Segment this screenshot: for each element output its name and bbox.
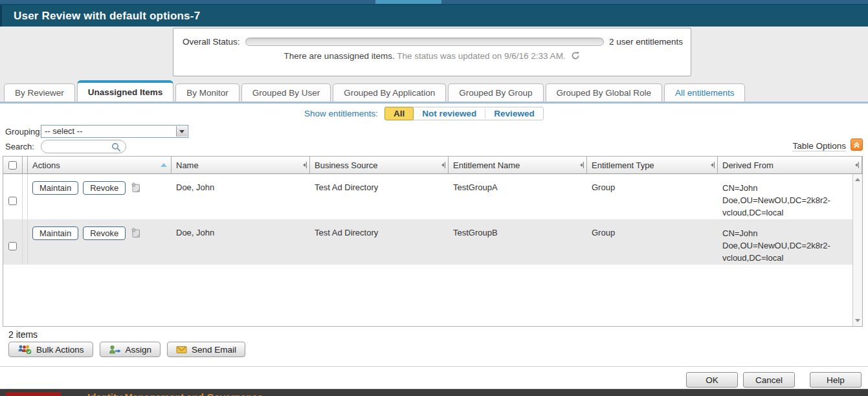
overall-status-panel: Overall Status: 2 user entitlements Ther… — [173, 28, 691, 76]
grouping-selected-value: -- select -- — [45, 126, 83, 136]
derived-from-cell: CN=John Doe,OU=NewOU,DC=2k8r2-vcloud,DC=… — [718, 174, 862, 219]
email-icon — [176, 346, 187, 354]
tab-grouped-by-group[interactable]: Grouped By Group — [448, 83, 543, 102]
unassigned-items-message: There are unassigned items. — [284, 51, 395, 61]
tab-grouped-by-user[interactable]: Grouped By User — [241, 83, 331, 102]
column-header-actions[interactable]: Actions — [28, 157, 172, 173]
tab-unassigned-items[interactable]: Unassigned Items — [77, 80, 174, 102]
filter-not-reviewed-button[interactable]: Not reviewed — [414, 107, 485, 120]
select-all-cell — [3, 157, 23, 173]
column-resize-icon[interactable] — [855, 162, 859, 168]
show-entitlements-filter: Show entitlements: All Not reviewed Revi… — [304, 107, 544, 120]
dialog-footer: OK Cancel Help — [0, 366, 868, 389]
row-select-cell — [3, 174, 23, 219]
add-note-icon[interactable] — [130, 182, 141, 195]
items-count: 2 items — [8, 329, 38, 340]
scroll-down-icon[interactable] — [855, 319, 860, 322]
status-updated-text: The status was updated on 9/6/16 2:33 AM… — [397, 51, 565, 61]
user-review-dialog: User Review with default options-7 Overa… — [0, 0, 868, 396]
filter-all-button[interactable]: All — [384, 107, 414, 120]
row-actions-cell: Maintain Revoke — [28, 219, 172, 265]
show-entitlements-label: Show entitlements: — [304, 109, 378, 118]
overall-status-label: Overall Status: — [183, 37, 240, 47]
add-note-icon[interactable] — [130, 227, 141, 241]
entitlement-type-cell: Group — [587, 174, 718, 219]
row-gap-cell — [23, 219, 28, 265]
double-chevron-up-icon — [852, 140, 861, 149]
help-button[interactable]: Help — [810, 372, 862, 388]
group-users-icon — [17, 344, 32, 355]
status-line-2: There are unassigned items. The status w… — [173, 51, 691, 62]
search-input[interactable] — [47, 141, 108, 152]
tab-all-entitlements[interactable]: All entitlements — [664, 83, 746, 102]
derived-from-cell: CN=John Doe,OU=NewOU,DC=2k8r2-vcloud,DC=… — [718, 219, 862, 265]
search-box — [41, 140, 126, 153]
assign-button[interactable]: Assign — [100, 342, 161, 357]
entitlements-count: 2 user entitlements — [609, 37, 683, 47]
row-select-cell — [3, 219, 23, 265]
row-actions-cell: Maintain Revoke — [28, 174, 172, 219]
grouping-select[interactable]: -- select -- — [41, 125, 188, 138]
column-resize-icon[interactable] — [580, 162, 584, 168]
entitlements-table: Actions Name Business Source Entitlement… — [3, 156, 863, 327]
search-row: Search: — [5, 140, 126, 153]
revoke-button[interactable]: Revoke — [83, 226, 126, 240]
bulk-actions-button[interactable]: Bulk Actions — [8, 342, 93, 357]
search-icon[interactable] — [111, 142, 121, 155]
tab-by-monitor[interactable]: By Monitor — [175, 83, 239, 102]
entitlement-name-cell: TestGroupA — [449, 174, 587, 219]
ok-button[interactable]: OK — [686, 372, 738, 388]
row-checkbox[interactable] — [8, 228, 17, 265]
column-resize-icon[interactable] — [441, 162, 445, 168]
row-checkbox[interactable] — [8, 182, 17, 219]
business-source-cell: Test Ad Directory — [310, 219, 449, 265]
sort-ascending-icon — [161, 163, 167, 167]
row-gap-cell — [23, 174, 28, 219]
page-footer: Identity Management and Governance — [0, 389, 868, 396]
tab-by-reviewer[interactable]: By Reviewer — [4, 83, 75, 102]
name-cell: Doe, John — [172, 174, 310, 219]
tab-content: Show entitlements: All Not reviewed Revi… — [0, 104, 868, 366]
entitlement-type-cell: Group — [587, 219, 718, 265]
header-gap-cell — [23, 157, 28, 173]
status-progress-bar — [245, 38, 604, 46]
assign-user-icon — [109, 345, 121, 355]
dialog-title: User Review with default options-7 — [2, 5, 868, 27]
grouping-dropdown-button[interactable] — [176, 126, 187, 137]
search-label: Search: — [5, 142, 41, 151]
chevron-down-icon — [179, 130, 184, 133]
table-row: Maintain Revoke Doe, John Test Ad Direct… — [3, 174, 862, 219]
product-name: Identity Management and Governance — [87, 391, 263, 396]
column-header-entitlement-name[interactable]: Entitlement Name — [449, 157, 587, 173]
refresh-icon[interactable] — [571, 51, 580, 62]
column-resize-icon[interactable] — [303, 162, 307, 168]
entitlement-name-cell: TestGroupB — [449, 219, 587, 265]
column-header-business-source[interactable]: Business Source — [310, 157, 449, 173]
grouping-row: Grouping: -- select -- — [5, 125, 188, 138]
table-scrollbar[interactable] — [852, 174, 862, 326]
dialog-title-bar: User Review with default options-7 — [0, 5, 868, 27]
maintain-button[interactable]: Maintain — [32, 226, 78, 240]
tab-grouped-by-global-role[interactable]: Grouped By Global Role — [546, 83, 662, 102]
tab-grouped-by-application[interactable]: Grouped By Application — [333, 83, 446, 102]
table-header-row: Actions Name Business Source Entitlement… — [3, 157, 862, 174]
brand-logo — [6, 392, 61, 396]
select-all-checkbox[interactable] — [8, 161, 17, 170]
column-header-derived-from[interactable]: Derived From — [718, 157, 862, 173]
scroll-up-icon[interactable] — [855, 178, 860, 181]
send-email-button[interactable]: Send Email — [167, 342, 245, 357]
column-resize-icon[interactable] — [711, 162, 715, 168]
grouping-label: Grouping: — [5, 127, 41, 137]
revoke-button[interactable]: Revoke — [83, 181, 126, 195]
column-header-name[interactable]: Name — [172, 157, 310, 173]
filter-button-group: All Not reviewed Reviewed — [384, 107, 544, 120]
bulk-action-bar: Bulk Actions Assign Send Email — [8, 342, 245, 357]
tab-bar: By Reviewer Unassigned Items By Monitor … — [4, 80, 868, 102]
table-options-link[interactable]: Table Options — [792, 141, 846, 151]
maintain-button[interactable]: Maintain — [32, 181, 78, 195]
column-header-entitlement-type[interactable]: Entitlement Type — [587, 157, 718, 173]
status-line-1: Overall Status: 2 user entitlements — [173, 28, 691, 47]
filter-reviewed-button[interactable]: Reviewed — [485, 107, 542, 120]
collapse-options-button[interactable] — [851, 138, 863, 151]
cancel-button[interactable]: Cancel — [743, 372, 795, 388]
